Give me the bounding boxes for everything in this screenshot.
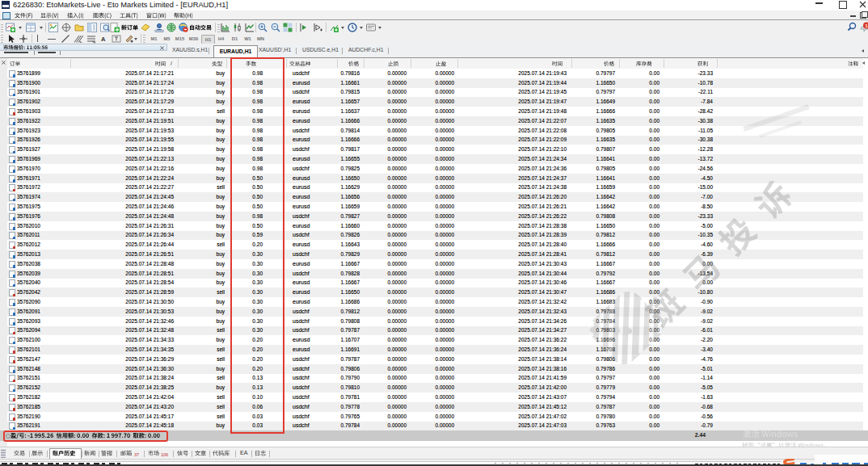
svg-text:1: 1 xyxy=(865,23,867,28)
